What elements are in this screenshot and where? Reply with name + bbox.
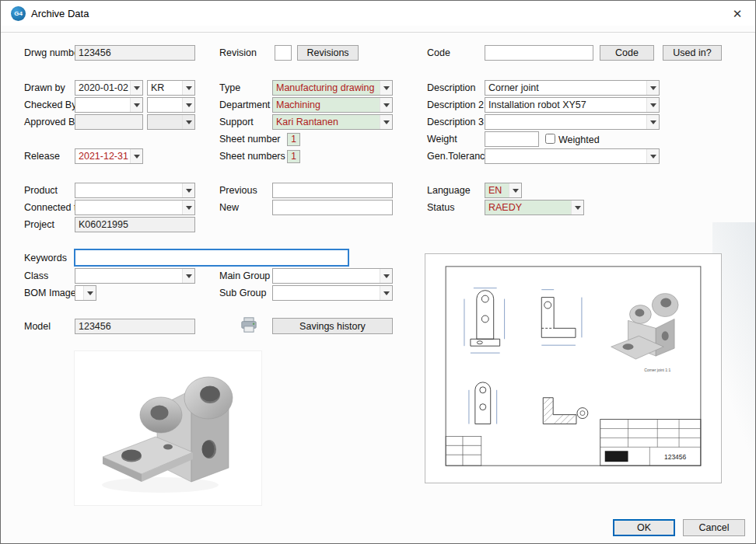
printer-icon[interactable] — [240, 316, 257, 333]
drawing-preview: Corner joint 1:1 — [425, 253, 722, 483]
description3-combo[interactable] — [485, 114, 660, 130]
description2-label: Description 2 — [427, 99, 484, 110]
titlebar-separator — [1, 32, 755, 33]
release-label: Release — [24, 151, 60, 162]
department-combo[interactable]: Machining — [272, 97, 393, 113]
weight-field[interactable] — [485, 131, 539, 147]
gen-tolerances-combo[interactable] — [485, 148, 660, 164]
ok-button[interactable]: OK — [613, 519, 675, 536]
keywords-field[interactable] — [75, 249, 348, 266]
checked-by-initials-combo[interactable] — [147, 97, 195, 113]
chevron-down-icon — [380, 286, 392, 300]
used-in-button[interactable]: Used in? — [663, 45, 722, 61]
checked-by-date-value — [75, 98, 130, 112]
chevron-down-icon — [130, 98, 142, 112]
chevron-down-icon — [380, 98, 392, 112]
archive-data-dialog: G4 Archive Data ✕ Drwg number Revision R… — [0, 0, 756, 544]
sheet-number-field[interactable]: 1 — [287, 133, 300, 146]
code-field[interactable] — [485, 45, 593, 61]
chevron-down-icon — [646, 81, 659, 95]
product-value — [75, 183, 182, 197]
sheet-numbers-field[interactable]: 1 — [287, 150, 300, 163]
description3-value — [485, 115, 646, 129]
status-label: Status — [427, 202, 454, 213]
revision-label: Revision — [219, 47, 257, 58]
cancel-button[interactable]: Cancel — [683, 519, 745, 536]
chevron-down-icon — [182, 201, 194, 214]
sheet-numbers-label: Sheet numbers — [219, 151, 285, 162]
bom-image-label: BOM Image — [24, 288, 76, 298]
drawn-by-date-combo[interactable]: 2020-01-02 — [75, 80, 143, 96]
chevron-down-icon — [380, 81, 392, 95]
revision-field[interactable] — [275, 45, 292, 61]
support-combo[interactable]: Kari Rantanen — [272, 114, 393, 130]
connected-to-value — [75, 201, 182, 214]
project-label: Project — [24, 219, 54, 230]
close-icon[interactable]: ✕ — [729, 6, 746, 22]
drawn-by-label: Drawn by — [24, 82, 65, 93]
language-combo[interactable]: EN — [485, 183, 522, 198]
project-field[interactable] — [75, 217, 195, 232]
weight-label: Weight — [427, 134, 457, 145]
main-group-value — [273, 269, 380, 283]
bom-image-combo[interactable] — [75, 285, 96, 301]
model-field[interactable] — [75, 319, 195, 334]
chevron-down-icon — [130, 149, 142, 163]
description-combo[interactable]: Corner joint — [485, 80, 660, 96]
main-group-combo[interactable] — [272, 268, 393, 284]
g4-logo-icon: G4 — [11, 6, 26, 21]
class-label: Class — [24, 270, 48, 281]
checked-by-initials-value — [148, 98, 182, 112]
sheet-number-label: Sheet number — [219, 134, 281, 145]
description2-combo[interactable]: Installation robot XY57 — [485, 97, 660, 113]
language-label: Language — [427, 185, 471, 196]
chevron-down-icon — [182, 81, 194, 95]
description-value: Corner joint — [485, 81, 646, 95]
type-value: Manufacturing drawing — [273, 81, 380, 95]
bom-image-value — [75, 286, 83, 300]
checked-by-label: Checked By — [24, 99, 76, 110]
chevron-down-icon — [83, 286, 96, 300]
release-combo[interactable]: 2021-12-31 — [75, 148, 143, 164]
weighted-checkbox[interactable] — [545, 134, 555, 144]
language-value: EN — [485, 183, 509, 197]
code-button[interactable]: Code — [600, 45, 654, 61]
gen-tolerances-value — [485, 149, 646, 163]
new-label: New — [219, 202, 239, 213]
type-combo[interactable]: Manufacturing drawing — [272, 80, 393, 96]
department-value: Machining — [273, 98, 380, 112]
release-value: 2021-12-31 — [75, 149, 130, 163]
approved-by-initials-combo[interactable] — [147, 114, 195, 130]
product-label: Product — [24, 185, 58, 196]
support-value: Kari Rantanen — [273, 115, 380, 129]
status-value: RAEDY — [485, 201, 571, 214]
status-combo[interactable]: RAEDY — [485, 200, 584, 215]
sub-group-label: Sub Group — [219, 288, 266, 298]
drawing-part-number: 123456 — [664, 453, 686, 461]
revisions-button[interactable]: Revisions — [297, 45, 359, 61]
drawn-by-initials-combo[interactable]: KR — [147, 80, 195, 96]
chevron-down-icon — [182, 269, 194, 283]
chevron-down-icon — [646, 115, 659, 129]
savings-history-button[interactable]: Savings history — [272, 318, 393, 334]
class-value — [75, 269, 182, 283]
chevron-down-icon — [571, 201, 583, 214]
sub-group-value — [273, 286, 380, 300]
approved-by-label: Approved By — [24, 117, 80, 127]
class-combo[interactable] — [75, 268, 195, 284]
new-field[interactable] — [272, 200, 393, 215]
sub-group-combo[interactable] — [272, 285, 393, 301]
chevron-down-icon — [509, 183, 521, 197]
product-combo[interactable] — [75, 183, 195, 198]
previous-field[interactable] — [272, 183, 393, 198]
description-label: Description — [427, 82, 476, 93]
type-label: Type — [219, 82, 240, 93]
previous-label: Previous — [219, 185, 257, 196]
checked-by-date-combo[interactable] — [75, 97, 143, 113]
connected-to-combo[interactable] — [75, 200, 195, 215]
company-logo — [605, 451, 628, 462]
keywords-label: Keywords — [24, 253, 67, 263]
drwg-number-field[interactable] — [75, 45, 195, 61]
approved-by-date-field[interactable] — [75, 114, 143, 130]
chevron-down-icon — [182, 115, 194, 129]
